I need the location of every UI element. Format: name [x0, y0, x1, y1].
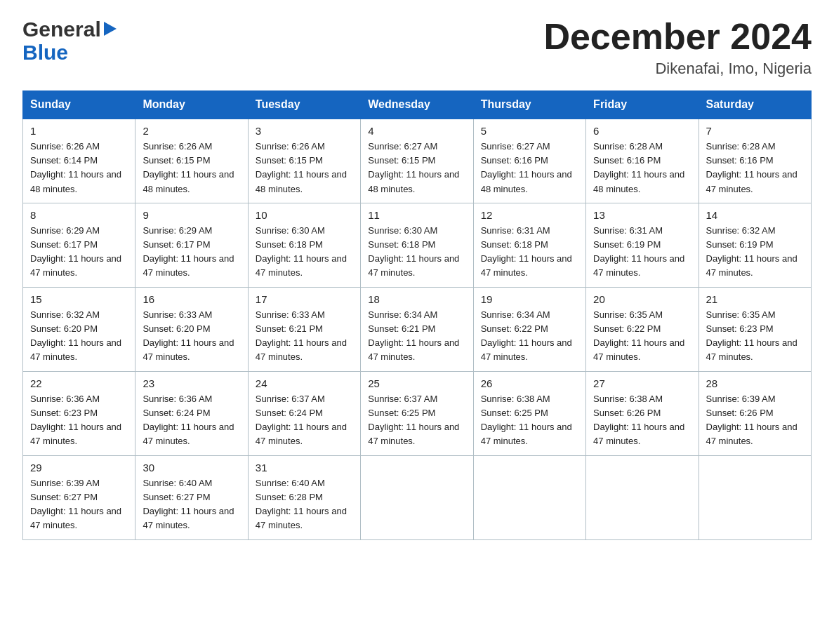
header-tuesday: Tuesday [248, 91, 360, 119]
table-row: 4 Sunrise: 6:27 AM Sunset: 6:15 PM Dayli… [361, 119, 473, 203]
day-info: Sunrise: 6:27 AM Sunset: 6:16 PM Dayligh… [481, 140, 578, 196]
day-number: 6 [593, 125, 691, 137]
day-info: Sunrise: 6:36 AM Sunset: 6:23 PM Dayligh… [30, 392, 128, 449]
title-block: December 2024 Dikenafai, Imo, Nigeria [543, 17, 812, 78]
daylight-label: Daylight: 11 hours and 47 minutes. [368, 337, 459, 362]
day-info: Sunrise: 6:39 AM Sunset: 6:26 PM Dayligh… [706, 392, 804, 449]
table-row: 19 Sunrise: 6:34 AM Sunset: 6:22 PM Dayl… [473, 287, 585, 371]
sunrise-label: Sunrise: 6:35 AM [593, 309, 663, 320]
day-number: 30 [143, 462, 240, 474]
day-info: Sunrise: 6:30 AM Sunset: 6:18 PM Dayligh… [368, 224, 465, 281]
day-info: Sunrise: 6:28 AM Sunset: 6:16 PM Dayligh… [706, 140, 804, 196]
table-row: 25 Sunrise: 6:37 AM Sunset: 6:25 PM Dayl… [361, 371, 473, 455]
logo-general-text: General [22, 18, 101, 41]
day-info: Sunrise: 6:31 AM Sunset: 6:19 PM Dayligh… [593, 224, 691, 281]
sunset-label: Sunset: 6:15 PM [368, 155, 435, 166]
daylight-label: Daylight: 11 hours and 47 minutes. [706, 337, 797, 362]
daylight-label: Daylight: 11 hours and 48 minutes. [368, 169, 459, 194]
day-number: 22 [30, 377, 128, 389]
sunrise-label: Sunrise: 6:36 AM [143, 394, 212, 404]
sunrise-label: Sunrise: 6:38 AM [593, 394, 663, 404]
day-number: 8 [30, 209, 128, 221]
sunrise-label: Sunrise: 6:37 AM [256, 394, 325, 404]
day-number: 28 [706, 377, 804, 389]
table-row: 27 Sunrise: 6:38 AM Sunset: 6:26 PM Dayl… [586, 371, 699, 455]
sunset-label: Sunset: 6:22 PM [481, 323, 548, 334]
sunrise-label: Sunrise: 6:38 AM [481, 394, 550, 404]
table-row: 26 Sunrise: 6:38 AM Sunset: 6:25 PM Dayl… [473, 371, 585, 455]
day-info: Sunrise: 6:26 AM Sunset: 6:15 PM Dayligh… [256, 140, 353, 196]
sunset-label: Sunset: 6:27 PM [143, 492, 210, 502]
table-row: 10 Sunrise: 6:30 AM Sunset: 6:18 PM Dayl… [248, 203, 360, 287]
daylight-label: Daylight: 11 hours and 48 minutes. [593, 169, 684, 194]
day-number: 4 [368, 125, 465, 137]
table-row: 28 Sunrise: 6:39 AM Sunset: 6:26 PM Dayl… [699, 371, 811, 455]
sunset-label: Sunset: 6:24 PM [143, 408, 210, 418]
table-row: 12 Sunrise: 6:31 AM Sunset: 6:18 PM Dayl… [473, 203, 585, 287]
daylight-label: Daylight: 11 hours and 47 minutes. [256, 253, 347, 278]
daylight-label: Daylight: 11 hours and 47 minutes. [143, 253, 234, 278]
daylight-label: Daylight: 11 hours and 48 minutes. [143, 169, 234, 194]
day-info: Sunrise: 6:34 AM Sunset: 6:22 PM Dayligh… [481, 308, 578, 365]
daylight-label: Daylight: 11 hours and 47 minutes. [481, 337, 572, 362]
table-row: 14 Sunrise: 6:32 AM Sunset: 6:19 PM Dayl… [699, 203, 811, 287]
table-row: 17 Sunrise: 6:33 AM Sunset: 6:21 PM Dayl… [248, 287, 360, 371]
sunset-label: Sunset: 6:21 PM [256, 323, 323, 334]
sunset-label: Sunset: 6:18 PM [368, 239, 435, 250]
day-number: 25 [368, 377, 465, 389]
table-row: 24 Sunrise: 6:37 AM Sunset: 6:24 PM Dayl… [248, 371, 360, 455]
table-row: 11 Sunrise: 6:30 AM Sunset: 6:18 PM Dayl… [361, 203, 473, 287]
day-number: 23 [143, 377, 240, 389]
sunset-label: Sunset: 6:16 PM [706, 155, 774, 166]
daylight-label: Daylight: 11 hours and 47 minutes. [30, 253, 121, 278]
header-monday: Monday [135, 91, 248, 119]
sunset-label: Sunset: 6:25 PM [481, 408, 548, 418]
header-saturday: Saturday [699, 91, 811, 119]
daylight-label: Daylight: 11 hours and 47 minutes. [30, 337, 121, 362]
table-row: 31 Sunrise: 6:40 AM Sunset: 6:28 PM Dayl… [248, 455, 360, 539]
table-row: 8 Sunrise: 6:29 AM Sunset: 6:17 PM Dayli… [23, 203, 135, 287]
daylight-label: Daylight: 11 hours and 47 minutes. [256, 422, 347, 446]
sunset-label: Sunset: 6:20 PM [143, 323, 210, 334]
daylight-label: Daylight: 11 hours and 48 minutes. [30, 169, 121, 194]
daylight-label: Daylight: 11 hours and 47 minutes. [481, 253, 572, 278]
sunset-label: Sunset: 6:26 PM [706, 408, 774, 418]
day-number: 11 [368, 209, 465, 221]
table-row: 16 Sunrise: 6:33 AM Sunset: 6:20 PM Dayl… [135, 287, 248, 371]
table-row [586, 455, 699, 539]
sunset-label: Sunset: 6:22 PM [593, 323, 661, 334]
sunrise-label: Sunrise: 6:30 AM [368, 225, 437, 236]
sunrise-label: Sunrise: 6:29 AM [143, 225, 212, 236]
daylight-label: Daylight: 11 hours and 47 minutes. [368, 253, 459, 278]
sunset-label: Sunset: 6:23 PM [706, 323, 774, 334]
day-info: Sunrise: 6:29 AM Sunset: 6:17 PM Dayligh… [143, 224, 240, 281]
daylight-label: Daylight: 11 hours and 47 minutes. [256, 506, 347, 530]
sunset-label: Sunset: 6:18 PM [256, 239, 323, 250]
sunset-label: Sunset: 6:15 PM [143, 155, 210, 166]
day-info: Sunrise: 6:26 AM Sunset: 6:15 PM Dayligh… [143, 140, 240, 196]
sunrise-label: Sunrise: 6:40 AM [256, 478, 325, 488]
sunrise-label: Sunrise: 6:29 AM [30, 225, 100, 236]
sunrise-label: Sunrise: 6:32 AM [30, 309, 100, 320]
logo-blue-text: Blue [22, 41, 117, 65]
sunset-label: Sunset: 6:17 PM [30, 239, 98, 250]
daylight-label: Daylight: 11 hours and 47 minutes. [593, 253, 684, 278]
table-row: 29 Sunrise: 6:39 AM Sunset: 6:27 PM Dayl… [23, 455, 135, 539]
sunset-label: Sunset: 6:20 PM [30, 323, 98, 334]
daylight-label: Daylight: 11 hours and 47 minutes. [706, 169, 797, 194]
day-info: Sunrise: 6:40 AM Sunset: 6:28 PM Dayligh… [256, 476, 353, 533]
daylight-label: Daylight: 11 hours and 47 minutes. [256, 337, 347, 362]
day-info: Sunrise: 6:31 AM Sunset: 6:18 PM Dayligh… [481, 224, 578, 281]
sunrise-label: Sunrise: 6:26 AM [143, 141, 212, 152]
day-info: Sunrise: 6:37 AM Sunset: 6:24 PM Dayligh… [256, 392, 353, 449]
sunrise-label: Sunrise: 6:30 AM [256, 225, 325, 236]
day-number: 13 [593, 209, 691, 221]
calendar-week-row: 1 Sunrise: 6:26 AM Sunset: 6:14 PM Dayli… [23, 119, 812, 203]
sunset-label: Sunset: 6:23 PM [30, 408, 98, 418]
table-row: 3 Sunrise: 6:26 AM Sunset: 6:15 PM Dayli… [248, 119, 360, 203]
day-info: Sunrise: 6:37 AM Sunset: 6:25 PM Dayligh… [368, 392, 465, 449]
day-info: Sunrise: 6:30 AM Sunset: 6:18 PM Dayligh… [256, 224, 353, 281]
day-number: 17 [256, 293, 353, 305]
sunset-label: Sunset: 6:16 PM [481, 155, 548, 166]
table-row: 23 Sunrise: 6:36 AM Sunset: 6:24 PM Dayl… [135, 371, 248, 455]
